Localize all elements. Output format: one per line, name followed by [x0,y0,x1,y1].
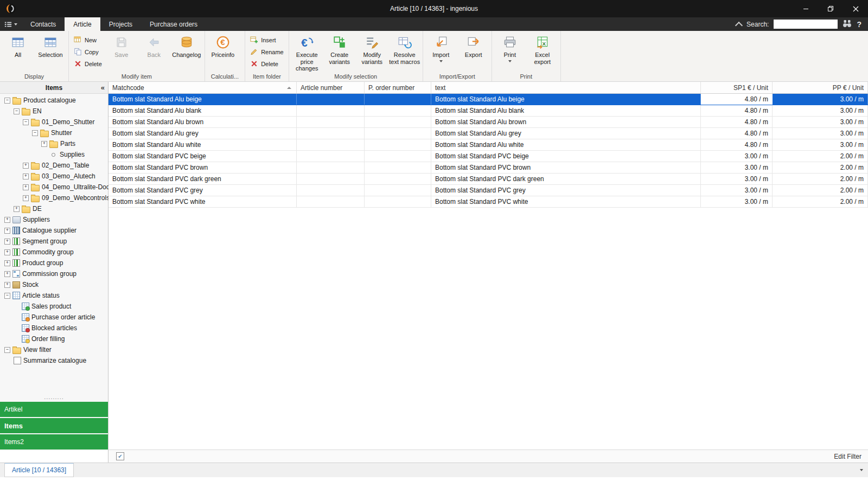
filter-checkbox[interactable] [116,452,124,460]
tree-item-04-demo-ultralite-doors[interactable]: 04_Demo_Ultralite-Doors [0,182,108,192]
expand-icon[interactable] [4,282,10,288]
column-header-sp1[interactable]: SP1 € / Unit [701,82,773,93]
expand-icon[interactable] [14,206,20,212]
collapse-panel-icon[interactable] [101,82,105,93]
delete-item-button[interactable]: Delete [72,59,104,68]
save-button[interactable]: Save [105,32,138,70]
panel-splitter-handle[interactable] [0,395,108,402]
tree-item-catalogue-supplier[interactable]: Catalogue supplier [0,225,108,236]
tree-item-sales-product[interactable]: Sales product [0,301,108,312]
tree-item-commodity-group[interactable]: Commodity group [0,247,108,258]
tree-item-article-status[interactable]: Article status [0,290,108,301]
print-button[interactable]: Print [494,32,526,70]
collapse-icon[interactable] [14,108,20,114]
tree-item-09-demo-webcontrols[interactable]: 09_Demo_Webcontrols [0,192,108,203]
checkbox-unchecked-icon[interactable] [14,357,21,364]
close-button[interactable] [843,0,868,17]
table-row[interactable]: Bottom slat Standard PVC grey Bottom sla… [108,185,868,196]
tree-item-summarize-catalogue[interactable]: Summarize catalogue [0,355,108,366]
nav-bar-items2[interactable]: Items2 [0,434,108,450]
delete-folder-button[interactable]: Delete [248,59,286,68]
column-header-text[interactable]: text [431,82,701,93]
minimize-button[interactable] [793,0,818,17]
main-menu-button[interactable] [0,17,22,31]
tree-item-suppliers[interactable]: Suppliers [0,214,108,225]
priceinfo-button[interactable]: € Priceinfo [207,32,239,70]
table-row[interactable]: Bottom slat Standard Alu blank Bottom sl… [108,105,868,117]
expand-icon[interactable] [23,184,29,190]
tree-item-product-group[interactable]: Product group [0,258,108,268]
search-input[interactable] [774,20,838,29]
tree-item-segment-group[interactable]: Segment group [0,236,108,247]
collapse-icon[interactable] [4,347,10,353]
execute-price-changes-button[interactable]: € Execute price changes [291,32,323,72]
expand-icon[interactable] [23,163,29,169]
tree-item-parts[interactable]: Parts [0,138,108,149]
tree-item-shutter[interactable]: Shutter [0,127,108,138]
tree-item-blocked-articles[interactable]: Blocked articles [0,323,108,333]
selection-button[interactable]: Selection [34,32,67,70]
excel-export-button[interactable]: X Excel export [526,32,559,70]
tree-item-de[interactable]: DE [0,203,108,214]
tab-projects[interactable]: Projects [100,17,141,31]
expand-icon[interactable] [23,195,29,201]
document-tab-article[interactable]: Article [10 / 14363] [4,463,74,477]
expand-icon[interactable] [4,271,10,277]
expand-icon[interactable] [41,141,47,147]
column-header-p-order-number[interactable]: P. order number [365,82,431,93]
back-button[interactable]: Back [138,32,170,70]
tree-item-stock[interactable]: Stock [0,279,108,290]
table-row[interactable]: Bottom slat Standard Alu white Bottom sl… [108,139,868,151]
new-button[interactable]: New [72,35,104,44]
tab-list-dropdown[interactable] [855,463,868,477]
expand-icon[interactable] [4,239,10,245]
collapse-ribbon-icon[interactable] [735,21,743,29]
create-variants-button[interactable]: Create variants [323,32,356,70]
column-header-pp[interactable]: PP € / Unit [773,82,868,93]
expand-icon[interactable] [4,260,10,266]
tree-item-03-demo-alutech[interactable]: 03_Demo_Alutech [0,171,108,182]
tree-item-en[interactable]: EN [0,106,108,117]
tab-article[interactable]: Article [65,17,100,31]
nav-bar-artikel[interactable]: Artikel [0,402,108,417]
table-row[interactable]: Bottom slat Standard Alu grey Bottom sla… [108,128,868,139]
tree-item-purchase-order-article[interactable]: Purchase order article [0,312,108,323]
tree-item-supplies[interactable]: Supplies [0,149,108,160]
nav-bar-items[interactable]: Items [0,418,108,433]
column-header-matchcode[interactable]: Matchcode [108,82,297,93]
table-row[interactable]: Bottom slat Standard PVC brown Bottom sl… [108,162,868,174]
expand-icon[interactable] [4,228,10,234]
binoculars-icon[interactable] [843,20,852,29]
changelog-button[interactable]: Changelog [170,32,203,70]
collapse-icon[interactable] [4,293,10,299]
insert-folder-button[interactable]: Insert [248,35,286,44]
tree-item-commission-group[interactable]: Commission group [0,268,108,279]
tree-item-01-demo-shutter[interactable]: 01_Demo_Shutter [0,117,108,127]
expand-icon[interactable] [4,249,10,255]
restore-button[interactable] [818,0,843,17]
expand-icon[interactable] [4,217,10,223]
table-row[interactable]: Bottom slat Standard PVC beige Bottom sl… [108,151,868,162]
help-icon[interactable]: ? [857,20,861,29]
tree-item-view-filter[interactable]: View filter [0,344,108,355]
collapse-icon[interactable] [32,130,38,136]
resolve-text-macros-button[interactable]: Resolve text macros [388,32,421,70]
edit-filter-link[interactable]: Edit Filter [834,453,861,460]
tab-purchase-orders[interactable]: Purchase orders [141,17,206,31]
tab-contacts[interactable]: Contacts [22,17,65,31]
all-button[interactable]: All [2,32,34,70]
table-row[interactable]: Bottom slat Standard Alu brown Bottom sl… [108,117,868,128]
tree-item-02-demo-table[interactable]: 02_Demo_Table [0,160,108,171]
table-row[interactable]: Bottom slat Standard PVC white Bottom sl… [108,196,868,208]
collapse-icon[interactable] [4,98,10,104]
tree-item-product-catalogue[interactable]: Product catalogue [0,95,108,106]
column-header-article-number[interactable]: Article number [297,82,365,93]
rename-folder-button[interactable]: Rename [248,47,286,56]
expand-icon[interactable] [23,174,29,179]
modify-variants-button[interactable]: Modify variants [356,32,388,70]
collapse-icon[interactable] [23,119,29,125]
copy-button[interactable]: Copy [72,47,104,56]
import-button[interactable]: Import [425,32,457,70]
table-row[interactable]: Bottom slat Standard Alu beige Bottom sl… [108,94,868,105]
table-row[interactable]: Bottom slat Standard PVC dark green Bott… [108,174,868,185]
